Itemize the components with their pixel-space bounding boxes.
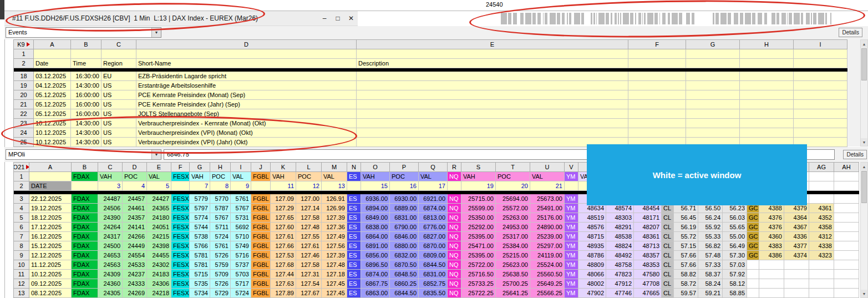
mpoli-grid-scrollbar[interactable]: ▲ ▼ — [860, 162, 868, 298]
cell-gc-val[interactable]: 4352 — [809, 213, 834, 223]
cell-fdax-poc[interactable]: 24266 — [123, 232, 147, 241]
cell-nq-val[interactable]: 24890.00 — [530, 223, 565, 232]
cell-region[interactable]: US — [101, 119, 136, 128]
cell-nq-vah[interactable]: 25716.50 — [461, 270, 496, 279]
cell-empty[interactable] — [834, 232, 859, 241]
cell-nq-val[interactable]: 24119.00 — [530, 251, 565, 260]
cell-col-number[interactable]: 4 — [123, 181, 147, 191]
cell-empty[interactable] — [171, 181, 190, 191]
cell-fdax-vah[interactable]: 24487 — [98, 194, 123, 204]
header-fdax-val[interactable]: VAL — [147, 172, 171, 181]
cell-col-number[interactable]: 9 — [231, 181, 251, 191]
cell-empty[interactable] — [101, 49, 136, 59]
cell-es-vah[interactable]: 6867.75 — [361, 279, 390, 289]
cell-es-vah[interactable]: 6863.00 — [361, 289, 390, 298]
cell-empty[interactable] — [686, 72, 740, 81]
col-header-E[interactable]: E — [147, 163, 171, 172]
col-header-C[interactable]: C — [98, 163, 123, 172]
cell-ticker-ym[interactable]: YM — [565, 241, 578, 251]
cell-ticker-nq[interactable]: NQ — [448, 279, 461, 289]
cell-ticker-nq[interactable]: NQ — [448, 289, 461, 298]
cell-empty[interactable] — [357, 90, 628, 100]
cell-fgbl-poc[interactable]: 127.14 — [296, 204, 322, 213]
row-number[interactable]: 2 — [14, 59, 34, 68]
cell-fesx-poc[interactable]: 5767 — [210, 213, 231, 223]
cell-es-val[interactable]: 6776.00 — [419, 223, 448, 232]
cell-time[interactable]: 14:30:00 — [71, 81, 101, 90]
cell-ticker-fdax[interactable]: FDAX — [72, 232, 98, 241]
cell-date[interactable]: 12.12.2025 — [29, 251, 72, 260]
scrollbar-thumb[interactable] — [861, 48, 867, 80]
cell-ym-vah[interactable]: 48935 — [578, 241, 606, 251]
cell-nq-poc[interactable]: 25623.00 — [496, 260, 530, 270]
cell-fdax-vah[interactable]: 24653 — [98, 251, 123, 260]
col-header-V[interactable]: V — [565, 163, 578, 172]
cell-empty[interactable] — [834, 251, 859, 260]
header-es-poc[interactable]: POC — [390, 172, 419, 181]
cell-es-poc[interactable]: 6848.50 — [390, 270, 419, 279]
cell-nq-poc[interactable]: 24953.00 — [496, 223, 530, 232]
cell-empty[interactable] — [740, 109, 794, 119]
cell-fgbl-val[interactable]: 127.36 — [322, 223, 347, 232]
cell-cl-val[interactable]: 57.92 — [723, 270, 747, 279]
cell-cl-poc[interactable]: 56.24 — [698, 213, 723, 223]
cell-fesx-poc[interactable]: 5711 — [210, 223, 231, 232]
cell-date-label[interactable]: DATE — [29, 181, 72, 191]
cell-empty[interactable] — [29, 172, 72, 181]
cell-cl-vah[interactable]: 57.66 — [674, 260, 698, 270]
cell-es-val[interactable]: 6827.00 — [419, 232, 448, 241]
cell-gc-val[interactable]: 4312 — [809, 232, 834, 241]
cell-gc-vah[interactable]: 4360 — [759, 232, 784, 241]
cell-ym-poc[interactable]: 47912 — [606, 279, 634, 289]
cell-ticker-fesx[interactable]: FESX — [171, 241, 190, 251]
cell-empty[interactable] — [136, 49, 357, 59]
cell-fgbl-val[interactable]: 127.48 — [322, 260, 347, 270]
cell-nq-poc[interactable]: 25572.00 — [496, 204, 530, 213]
col-header-M[interactable]: M — [322, 163, 347, 172]
header-ticker-nq[interactable]: NQ — [448, 172, 461, 181]
row-number[interactable]: 21 — [14, 100, 34, 109]
events-selector[interactable]: Events ▼ — [6, 27, 161, 38]
cell-empty[interactable] — [794, 59, 847, 68]
cell-es-vah[interactable]: 6849.00 — [361, 213, 390, 223]
cell-ym-vah[interactable]: 47902 — [578, 289, 606, 298]
cell-fgbl-poc[interactable]: 127.67 — [296, 289, 322, 298]
cell-es-poc[interactable]: 6860.25 — [390, 279, 419, 289]
cell-nq-val[interactable]: 25239.00 — [530, 232, 565, 241]
cell-fdax-vah[interactable]: 24360 — [98, 279, 123, 289]
cell-ym-val[interactable]: 48713 — [634, 241, 662, 251]
row-number[interactable]: 25 — [14, 138, 34, 147]
cell-fgbl-poc[interactable]: 127.58 — [296, 213, 322, 223]
col-header-B[interactable]: B — [72, 163, 98, 172]
cell-fdax-val[interactable]: 24051 — [147, 223, 171, 232]
cell-time[interactable]: 16:00:00 — [71, 100, 101, 109]
cell-empty[interactable] — [747, 279, 759, 289]
cell-es-val[interactable]: 6809.00 — [419, 251, 448, 260]
cell-empty[interactable] — [794, 90, 847, 100]
cell-ticker-fgbl[interactable]: FGBL — [251, 289, 271, 298]
cell-cl-val[interactable]: 55.65 — [723, 223, 747, 232]
events-grid-scrollbar[interactable]: ▲ ▼ — [860, 39, 868, 147]
header-ticker-fgbl[interactable]: FGBL — [251, 172, 271, 181]
cell-cl-poc[interactable]: 57.33 — [698, 260, 723, 270]
cell-empty[interactable] — [834, 204, 859, 213]
cell-ticker-ym[interactable]: YM — [565, 279, 578, 289]
cell-ticker-ym[interactable]: YM — [565, 251, 578, 260]
row-number[interactable]: 8 — [14, 241, 29, 251]
cell-col-number[interactable]: 17 — [419, 181, 448, 191]
cell-ticker-es[interactable]: ES — [347, 213, 361, 223]
cell-fgbl-poc[interactable]: 127.00 — [296, 194, 322, 204]
cell-es-val[interactable]: 6870.00 — [419, 241, 448, 251]
cell-date[interactable]: 16.12.2025 — [29, 232, 72, 241]
cell-nq-val[interactable]: 25176.00 — [530, 213, 565, 223]
cell-ticker-cl[interactable]: CL — [662, 223, 674, 232]
cell-fesx-poc[interactable]: 5759 — [210, 260, 231, 270]
cell-ticker-gc[interactable]: GC — [747, 213, 759, 223]
cell-cl-poc[interactable]: 58.37 — [698, 270, 723, 279]
header-fgbl-poc[interactable]: POC — [296, 172, 322, 181]
row-number[interactable]: 22 — [14, 109, 34, 119]
cell-ticker-ym[interactable]: YM — [565, 194, 578, 204]
cell-empty[interactable] — [628, 72, 686, 81]
cell-ym-val[interactable]: 48361 — [634, 232, 662, 241]
cell-empty[interactable] — [834, 289, 859, 298]
